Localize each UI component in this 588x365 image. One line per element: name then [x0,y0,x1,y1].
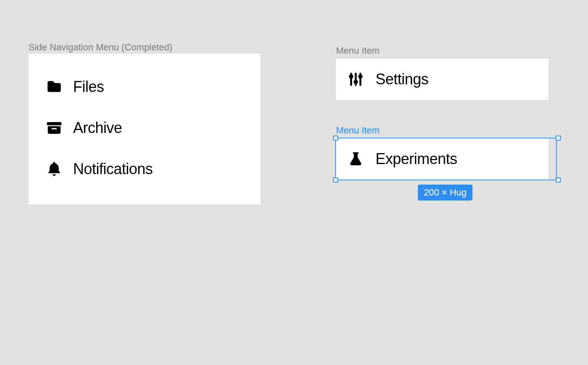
folder-icon [45,78,63,96]
sidenav-item-archive[interactable]: Archive [29,107,260,149]
menu-item-label: Settings [375,70,428,88]
menu-item-label: Experiments [375,150,457,168]
selection-handle-bottom-right[interactable] [556,177,561,182]
menu-item-settings[interactable]: Settings [336,59,549,100]
selection-size-badge: 200 × Hug [418,185,472,201]
sidenav-item-label: Archive [73,119,122,137]
frame-label-menu-item-selected: Menu Item [336,125,554,136]
flask-icon [347,150,365,168]
frame-label-menu-item: Menu Item [336,45,554,56]
archive-icon [45,119,63,137]
frame-label-sidenav: Side Navigation Menu (Completed) [29,42,172,53]
menu-item-experiments[interactable]: Experiments [336,138,549,180]
svg-point-3 [354,80,358,84]
sidenav-item-label: Notifications [73,160,153,178]
sliders-icon [347,70,365,88]
bell-icon [45,160,63,178]
sidenav-frame[interactable]: Files Archive Notifications [29,54,260,204]
svg-point-5 [358,74,363,79]
sidenav-item-label: Files [73,78,104,96]
selected-frame-wrapper: Experiments 200 × Hug [336,138,554,180]
sidenav-item-files[interactable]: Files [29,66,260,107]
sidenav-item-notifications[interactable]: Notifications [29,149,260,190]
selection-handle-top-right[interactable] [556,136,561,141]
svg-point-1 [349,74,354,79]
